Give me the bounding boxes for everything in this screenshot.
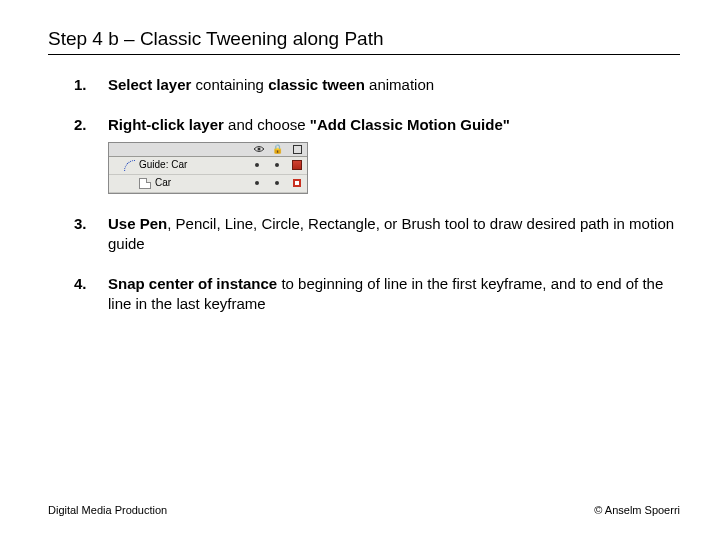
footer-left: Digital Media Production — [48, 504, 167, 516]
lock-icon: 🔒 — [268, 145, 287, 154]
step-3-bold-a: Use Pen — [108, 215, 167, 232]
slide: Step 4 b – Classic Tweening along Path S… — [0, 0, 720, 540]
motion-guide-icon — [121, 160, 137, 171]
step-1: Select layer containing classic tween an… — [74, 75, 680, 95]
step-2-bold-b: "Add Classic Motion Guide" — [310, 116, 510, 133]
guide-visibility-dot[interactable] — [247, 163, 267, 167]
step-1-bold-b: classic tween — [268, 76, 365, 93]
page-title: Step 4 b – Classic Tweening along Path — [48, 28, 680, 55]
step-1-text-b: animation — [365, 76, 434, 93]
footer: Digital Media Production © Anselm Spoerr… — [48, 504, 680, 516]
step-4: Snap center of instance to beginning of … — [74, 274, 680, 315]
outline-icon — [288, 145, 307, 154]
step-3: Use Pen, Pencil, Line, Circle, Rectangle… — [74, 214, 680, 255]
step-3-text-a: , Pencil, Line, Circle, Rectangle, or Br… — [108, 215, 674, 252]
car-layer-label: Car — [153, 176, 247, 190]
car-lock-dot[interactable] — [267, 181, 287, 185]
layers-panel: 🔒 Guide: Car Car — [108, 142, 308, 194]
eye-icon — [249, 145, 268, 153]
car-visibility-dot[interactable] — [247, 181, 267, 185]
step-1-text-a: containing — [191, 76, 268, 93]
layers-panel-header: 🔒 — [109, 143, 307, 157]
steps-list: Select layer containing classic tween an… — [74, 75, 680, 315]
footer-right: © Anselm Spoerri — [594, 504, 680, 516]
guide-lock-dot[interactable] — [267, 163, 287, 167]
guide-layer-label: Guide: Car — [137, 158, 247, 172]
step-2: Right-click layer and choose "Add Classi… — [74, 115, 680, 193]
step-4-bold-a: Snap center of instance — [108, 275, 277, 292]
step-1-bold-a: Select layer — [108, 76, 191, 93]
step-2-text-a: and choose — [224, 116, 310, 133]
step-2-bold-a: Right-click layer — [108, 116, 224, 133]
guide-layer-row[interactable]: Guide: Car — [109, 157, 307, 175]
car-layer-row[interactable]: Car — [109, 175, 307, 193]
layer-page-icon — [137, 178, 153, 189]
car-color-swatch[interactable] — [287, 179, 307, 187]
svg-point-0 — [257, 148, 260, 151]
guide-color-swatch[interactable] — [287, 160, 307, 170]
